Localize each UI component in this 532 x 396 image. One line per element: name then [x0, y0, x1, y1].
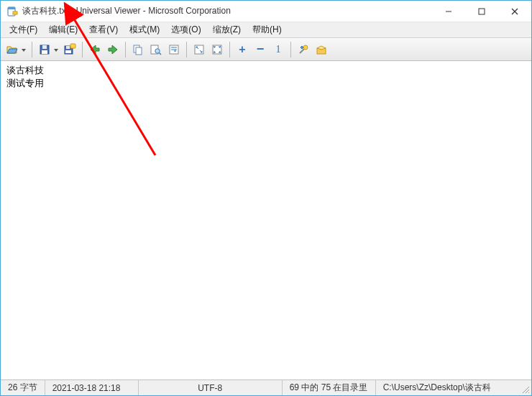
window-title: 谈古科技.txt - Universal Viewer - Microsoft … — [22, 5, 432, 17]
status-date: 2021-03-18 21:18 — [45, 380, 139, 395]
separator — [229, 42, 230, 57]
separator — [82, 42, 83, 57]
app-window: 谈古科技.txt - Universal Viewer - Microsoft … — [0, 0, 532, 396]
close-button[interactable] — [498, 1, 531, 22]
statusbar: 26 字节 2021-03-18 21:18 UTF-8 69 中的 75 在目… — [1, 379, 531, 395]
text-viewport[interactable]: 谈古科技 测试专用 — [1, 61, 531, 379]
package-button[interactable] — [313, 41, 330, 58]
separator — [290, 42, 291, 57]
svg-rect-11 — [66, 46, 70, 49]
window-controls — [432, 1, 531, 22]
menu-options[interactable]: 选项(O) — [165, 22, 206, 37]
status-encoding: UTF-8 — [139, 380, 283, 395]
menu-view[interactable]: 查看(V) — [83, 22, 124, 37]
svg-point-17 — [155, 48, 160, 52]
text-line: 谈古科技 — [6, 64, 526, 77]
svg-line-18 — [160, 52, 162, 55]
svg-rect-22 — [195, 45, 203, 54]
menu-file[interactable]: 文件(F) — [4, 22, 43, 37]
fullscreen-button[interactable] — [208, 41, 226, 58]
menu-zoom[interactable]: 缩放(Z) — [207, 22, 247, 37]
tools-button[interactable] — [295, 41, 312, 58]
text-line: 测试专用 — [6, 77, 526, 90]
svg-rect-2 — [13, 11, 17, 14]
minimize-button[interactable] — [432, 1, 465, 22]
menu-edit[interactable]: 编辑(E) — [43, 22, 83, 37]
titlebar: 谈古科技.txt - Universal Viewer - Microsoft … — [1, 1, 531, 22]
menu-mode[interactable]: 模式(M) — [124, 22, 165, 37]
svg-rect-9 — [42, 50, 47, 54]
svg-rect-8 — [42, 45, 47, 49]
save-button[interactable] — [36, 41, 60, 58]
svg-line-36 — [528, 392, 529, 393]
maximize-button[interactable] — [465, 1, 498, 22]
svg-rect-12 — [65, 50, 71, 53]
saveas-button[interactable] — [61, 41, 78, 58]
svg-point-24 — [303, 45, 308, 50]
zoom-out-button[interactable]: − — [252, 41, 269, 58]
svg-rect-13 — [70, 44, 75, 48]
fit-window-button[interactable] — [191, 41, 208, 58]
svg-rect-1 — [8, 7, 15, 9]
toolbar: + − 1 — [1, 38, 531, 61]
separator — [32, 42, 32, 57]
separator — [186, 42, 187, 57]
open-button[interactable] — [4, 41, 28, 58]
svg-line-34 — [523, 387, 529, 393]
menubar: 文件(F) 编辑(E) 查看(V) 模式(M) 选项(O) 缩放(Z) 帮助(H… — [1, 22, 531, 38]
menu-help[interactable]: 帮助(H) — [247, 22, 288, 37]
wrap-button[interactable] — [165, 41, 183, 58]
separator — [125, 42, 126, 57]
find-button[interactable] — [147, 41, 165, 58]
status-size: 26 字节 — [1, 380, 45, 395]
zoom-in-button[interactable]: + — [234, 41, 251, 58]
status-position: 69 中的 75 在目录里 — [283, 380, 376, 395]
svg-rect-4 — [479, 9, 485, 14]
copy-button[interactable] — [129, 41, 147, 58]
status-path: C:\Users\Zz\Desktop\谈古科 — [376, 380, 520, 395]
zoom-reset-button[interactable]: 1 — [270, 41, 287, 58]
svg-rect-15 — [136, 47, 142, 55]
resize-grip[interactable] — [520, 380, 531, 395]
back-button[interactable] — [86, 41, 104, 58]
app-icon — [6, 6, 18, 17]
forward-button[interactable] — [104, 41, 121, 58]
